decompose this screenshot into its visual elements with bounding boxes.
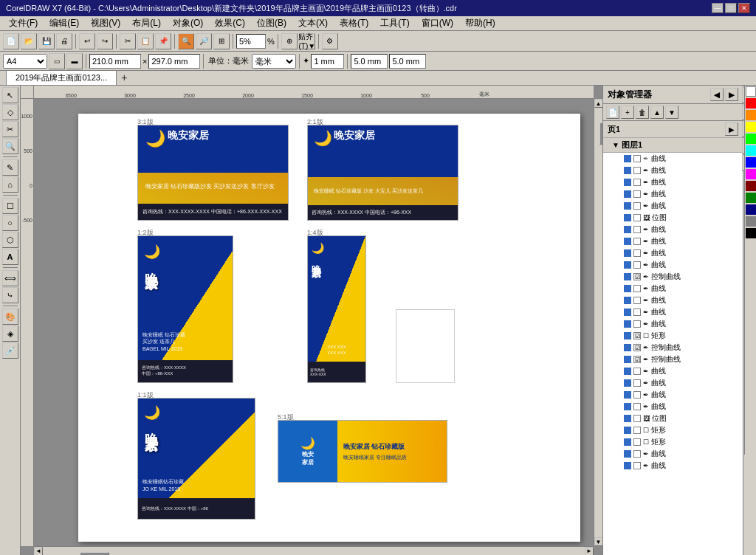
menu-edit[interactable]: 编辑(E) (44, 15, 85, 31)
obj-eye-c2[interactable] (624, 344, 631, 351)
menu-object[interactable]: 对象(O) (167, 15, 209, 31)
obj-item-14[interactable]: ✒ 曲线 (603, 377, 743, 389)
obj-item-3[interactable]: ✒ 曲线 (603, 188, 743, 200)
obj-eye-c1[interactable] (624, 273, 631, 280)
save-button[interactable]: 💾 (38, 33, 55, 49)
obj-check-7[interactable] (633, 249, 641, 257)
obj-eye-10[interactable] (624, 297, 631, 304)
obj-item-rect3[interactable]: ☐ 矩形 (603, 436, 743, 448)
vertical-scrollbar[interactable]: ▲ ▼ (594, 99, 602, 546)
fill-tool[interactable]: 🎨 (2, 308, 18, 325)
obj-check-b2[interactable] (633, 415, 641, 422)
menu-layout[interactable]: 布局(L) (126, 15, 167, 31)
undo-button[interactable]: ↩ (79, 33, 95, 49)
obj-item-7[interactable]: ✒ 曲线 (603, 247, 743, 259)
options-button[interactable]: ⚙ (322, 33, 338, 49)
obj-eye-7[interactable] (624, 249, 631, 257)
page-height-input[interactable] (148, 54, 200, 69)
delete-layer-btn[interactable]: 🗑 (636, 106, 649, 119)
obj-mgr-expand[interactable]: ◀ (710, 88, 724, 101)
zoom-fit-button[interactable]: ⊞ (213, 33, 230, 49)
obj-check-0[interactable] (633, 155, 641, 162)
horizontal-scrollbar[interactable]: ◄ ► (34, 546, 594, 555)
dupe-v-input[interactable] (389, 54, 426, 69)
obj-check-c3[interactable]: ☑ (633, 356, 641, 363)
design-2-1[interactable]: 🌙 晚安家居 晚安睡眠 钻石珍藏版 沙发 大宝儿 买沙发送茶几 咨询热线：XXX… (307, 125, 458, 221)
menu-table[interactable]: 表格(T) (334, 15, 374, 31)
connector-tool[interactable]: ⤷ (2, 287, 18, 303)
zoom-out-button[interactable]: 🔎 (196, 33, 212, 49)
obj-item-ctrl2[interactable]: ☑ ✒ 控制曲线 (603, 342, 743, 354)
copy-button[interactable]: 📋 (137, 33, 154, 49)
color-swatch-darkred[interactable] (746, 181, 756, 191)
obj-check-12[interactable] (633, 320, 641, 328)
page-expand-btn[interactable]: ▶ (725, 123, 738, 136)
menu-file[interactable]: 文件(F) (3, 15, 44, 31)
color-swatch-darkblue[interactable] (746, 204, 756, 215)
color-swatch-cyan[interactable] (746, 145, 756, 156)
obj-item-2[interactable]: ✒ 曲线 (603, 176, 743, 188)
show-obj-props-btn[interactable]: 📄 (606, 106, 619, 119)
ellipse-tool[interactable]: ○ (2, 215, 18, 231)
obj-item-bitmap1[interactable]: 🖼 位图 (603, 212, 743, 224)
snap-button[interactable]: ⊕ (281, 33, 298, 49)
menu-text[interactable]: 文本(X) (292, 15, 334, 31)
obj-item-1[interactable]: ✒ 曲线 (603, 165, 743, 176)
maximize-button[interactable]: □ (725, 3, 737, 13)
color-swatch-red[interactable] (746, 98, 756, 108)
menu-effects[interactable]: 效果(C) (209, 15, 251, 31)
obj-check-c2[interactable]: ☑ (633, 344, 641, 351)
rect-tool[interactable]: ☐ (2, 198, 18, 214)
obj-eye-13[interactable] (624, 368, 631, 375)
obj-check-11[interactable] (633, 308, 641, 316)
freehand-tool[interactable]: ✎ (2, 159, 18, 176)
obj-eye-6[interactable] (624, 238, 631, 245)
minimize-button[interactable]: — (712, 3, 724, 13)
color-swatch-blue[interactable] (746, 157, 756, 168)
scroll-right-button[interactable]: ► (585, 547, 594, 556)
color-swatch-green[interactable] (746, 134, 756, 144)
design-3-1[interactable]: 🌙 晚安家居 晚安家居 钻石珍藏版沙发 买沙发送沙发 客厅沙发 咨询热线：XXX… (137, 125, 289, 221)
obj-item-0[interactable]: ✒ 曲线 (603, 153, 743, 165)
nudge-input[interactable] (311, 54, 344, 69)
print-button[interactable]: 🖨 (56, 33, 72, 49)
obj-eye-0[interactable] (624, 155, 631, 162)
obj-check-b1[interactable] (633, 214, 641, 221)
obj-check-18[interactable] (633, 462, 641, 469)
obj-eye-1[interactable] (624, 167, 631, 174)
obj-check-r2[interactable] (633, 427, 641, 434)
smart-draw-tool[interactable]: ⌂ (2, 176, 18, 193)
obj-eye-b2[interactable] (624, 415, 631, 422)
obj-eye-15[interactable] (624, 391, 631, 399)
cut-button[interactable]: ✂ (120, 33, 136, 49)
obj-eye-18[interactable] (624, 462, 631, 469)
color-swatch-orange[interactable] (746, 110, 756, 120)
obj-item-9[interactable]: ✒ 曲线 (603, 283, 743, 294)
obj-item-17[interactable]: ✒ 曲线 (603, 448, 743, 460)
new-layer-btn[interactable]: + (621, 106, 634, 119)
select-tool[interactable]: ↖ (2, 87, 18, 103)
parallel-dim-tool[interactable]: ⟺ (2, 270, 18, 286)
page-tab-1[interactable]: 2019年品牌主画面0123... (6, 70, 117, 85)
obj-check-14[interactable] (633, 379, 641, 387)
shape-tool[interactable]: ◇ (2, 104, 18, 120)
obj-check-6[interactable] (633, 238, 641, 245)
unit-select[interactable]: 毫米 (252, 54, 296, 69)
scroll-left-button[interactable]: ◄ (34, 547, 43, 556)
page-width-input[interactable] (89, 54, 141, 69)
obj-item-11[interactable]: ✒ 曲线 (603, 306, 743, 318)
obj-check-4[interactable] (633, 202, 641, 210)
obj-eye-2[interactable] (624, 179, 631, 186)
color-swatch-magenta[interactable] (746, 169, 756, 179)
obj-check-8[interactable] (633, 261, 641, 269)
obj-eye-r1[interactable] (624, 332, 631, 339)
eyedropper-tool[interactable]: 💉 (2, 342, 18, 359)
design-1-2[interactable]: 🌙 晚安家居 晚安睡眠 钻石珍藏 买沙发 送茶几 BAGEL MIL 2019 … (137, 235, 233, 383)
dupe-h-input[interactable] (351, 54, 388, 69)
obj-item-18[interactable]: ✒ 曲线 (603, 460, 743, 472)
design-5-1[interactable]: 🌙 晚安家居 晚安家居 钻石珍藏版 晚安睡眠家居 专注睡眠品质 (278, 420, 447, 483)
obj-item-ctrl1[interactable]: ☑ ✒ 控制曲线 (603, 271, 743, 283)
obj-eye-9[interactable] (624, 285, 631, 292)
obj-check-9[interactable] (633, 285, 641, 292)
obj-check-5[interactable] (633, 226, 641, 233)
